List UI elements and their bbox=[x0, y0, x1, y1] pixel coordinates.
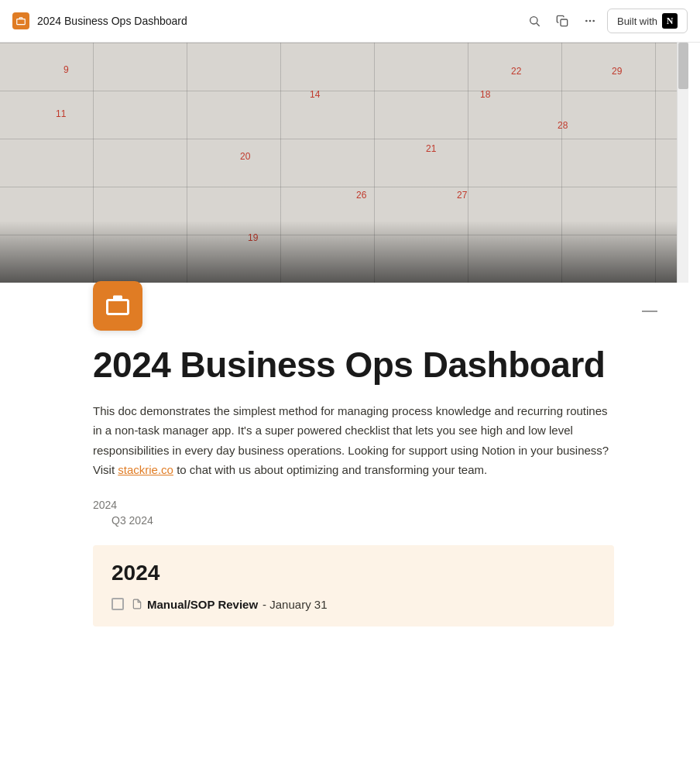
doc-icon bbox=[132, 599, 142, 609]
toc-year[interactable]: 2024 bbox=[93, 499, 614, 511]
svg-point-0 bbox=[530, 17, 537, 24]
checklist-item-manual: Manual/SOP Review - January 31 bbox=[112, 598, 595, 611]
topbar: 2024 Business Ops Dashboard Built with N bbox=[0, 0, 700, 43]
built-with-button[interactable]: Built with N bbox=[607, 9, 688, 33]
built-with-label: Built with bbox=[617, 15, 657, 27]
cal-num: 19 bbox=[248, 232, 258, 243]
svg-rect-2 bbox=[561, 19, 568, 26]
cal-num: 9 bbox=[63, 64, 69, 75]
svg-point-4 bbox=[589, 20, 592, 22]
cal-num: 11 bbox=[56, 108, 66, 119]
page-heading: 2024 Business Ops Dashboard bbox=[93, 345, 614, 386]
toc-q3[interactable]: Q3 2024 bbox=[93, 514, 614, 527]
cal-num: 22 bbox=[511, 66, 521, 77]
scrollbar[interactable] bbox=[677, 43, 688, 283]
cal-num: 29 bbox=[612, 66, 622, 77]
notion-logo: N bbox=[662, 13, 678, 29]
topbar-right: Built with N bbox=[523, 9, 688, 33]
hero-image: 9 11 14 18 20 21 22 26 27 28 29 19 bbox=[0, 43, 688, 283]
section-2024: 2024 Manual/SOP Review - January 31 bbox=[93, 545, 614, 626]
description-end: to chat with us about optimizing and tra… bbox=[177, 463, 487, 476]
copy-link-button[interactable] bbox=[551, 10, 573, 32]
cal-num: 20 bbox=[240, 151, 250, 162]
cal-num: 18 bbox=[480, 89, 490, 100]
checklist-label-manual: Manual/SOP Review - January 31 bbox=[132, 598, 328, 611]
calendar-background: 9 11 14 18 20 21 22 26 27 28 29 19 bbox=[0, 43, 688, 283]
cal-num: 27 bbox=[457, 190, 467, 201]
svg-point-5 bbox=[592, 20, 595, 22]
svg-line-1 bbox=[537, 23, 540, 26]
more-options-button[interactable] bbox=[579, 10, 601, 32]
svg-point-3 bbox=[585, 20, 588, 22]
main-content: 2024 Business Ops Dashboard This doc dem… bbox=[0, 283, 688, 673]
cal-num: 26 bbox=[356, 190, 366, 201]
page-icon bbox=[93, 281, 142, 331]
search-button[interactable] bbox=[523, 10, 545, 32]
cal-num: 28 bbox=[558, 120, 568, 131]
cal-num: 21 bbox=[426, 143, 436, 154]
topbar-left: 2024 Business Ops Dashboard bbox=[12, 12, 187, 29]
checklist-date: - January 31 bbox=[262, 598, 327, 611]
page-description: This doc demonstrates the simplest metho… bbox=[93, 401, 614, 480]
page-title-topbar: 2024 Business Ops Dashboard bbox=[37, 15, 187, 27]
briefcase-icon bbox=[12, 12, 29, 29]
checkbox-manual[interactable] bbox=[112, 598, 124, 610]
checklist-title: Manual/SOP Review bbox=[147, 598, 258, 611]
scrollbar-thumb[interactable] bbox=[678, 43, 688, 89]
section-year-label: 2024 bbox=[112, 561, 595, 585]
cal-num: 14 bbox=[310, 89, 320, 100]
minimize-button[interactable] bbox=[642, 311, 657, 312]
stackrie-link[interactable]: stackrie.co bbox=[118, 463, 173, 476]
toc-section: 2024 Q3 2024 bbox=[93, 499, 614, 527]
